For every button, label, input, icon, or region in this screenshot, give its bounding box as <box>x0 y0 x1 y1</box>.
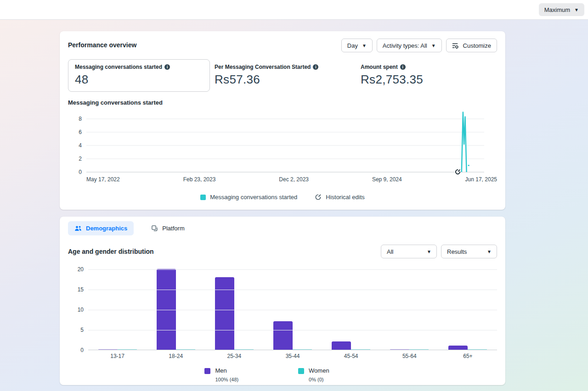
demographics-header: Age and gender distribution All ▼ Result… <box>68 245 497 258</box>
x-tick-label: 18-24 <box>147 353 205 359</box>
chevron-down-icon: ▼ <box>487 249 492 254</box>
x-tick-label: 13-17 <box>88 353 147 359</box>
y-tick-label: 2 <box>79 156 82 162</box>
day-dropdown[interactable]: Day ▼ <box>341 39 373 52</box>
bar-women-25-34[interactable] <box>234 349 254 350</box>
customize-button[interactable]: Customize <box>446 39 497 52</box>
bar-women-18-24[interactable] <box>176 349 195 350</box>
info-icon[interactable]: i <box>164 64 170 70</box>
bar-women-45-54[interactable] <box>351 349 370 350</box>
metric-label: Amount spent <box>361 64 398 70</box>
results-label: Results <box>447 248 467 255</box>
x-tick-label: 65+ <box>439 353 497 359</box>
main-content: Performance overview Day ▼ Activity type… <box>0 20 588 385</box>
y-tick-label: 0 <box>80 347 84 353</box>
y-tick-label: 15 <box>78 286 84 293</box>
x-tick-label: Feb 23, 2023 <box>183 176 216 183</box>
metric-per-messaging-conversation[interactable]: Per Messaging Conversation Started i Rs5… <box>215 59 361 92</box>
gridline <box>88 310 497 310</box>
x-tick-label: 55-64 <box>380 353 439 359</box>
demographics-filters: All ▼ Results ▼ <box>377 245 497 258</box>
activity-types-label: Activity types: All <box>383 42 427 49</box>
metric-amount-spent[interactable]: Amount spent i Rs2,753.35 <box>361 59 423 92</box>
bar-men-55-64[interactable] <box>390 349 409 350</box>
chevron-down-icon: ▼ <box>574 7 579 12</box>
legend-share: 0% (0) <box>309 376 361 384</box>
historical-edits-icon <box>315 194 322 201</box>
bar-chart-y-axis: 20151050 <box>68 269 88 350</box>
bar-men-35-44[interactable] <box>273 321 293 350</box>
chevron-down-icon: ▼ <box>362 43 367 48</box>
line-chart-svg <box>86 110 484 174</box>
gridline <box>88 269 497 270</box>
x-tick-label: 35-44 <box>263 353 322 359</box>
bar-chart: 20151050 <box>68 269 497 350</box>
tab-label: Platform <box>162 225 184 232</box>
page-title: Performance overview <box>68 39 136 49</box>
maximum-dropdown-label: Maximum <box>544 6 570 13</box>
gridline <box>88 330 497 330</box>
info-icon[interactable]: i <box>313 64 318 70</box>
teal-series-swatch <box>200 195 206 200</box>
women-swatch <box>298 368 304 374</box>
legend-cost: Cost per result: Rs57.36 <box>215 384 270 385</box>
customize-sliders-icon <box>452 42 459 49</box>
tab-platform[interactable]: Platform <box>145 221 191 235</box>
bar-women-65+[interactable] <box>468 349 487 350</box>
legend-item-men: Men 100% (48) Cost per result: Rs57.36 <box>204 367 270 385</box>
x-tick-label: Jun 17, 2025 <box>465 176 497 183</box>
bar-chart-plot-area[interactable] <box>88 269 497 350</box>
line-chart-title: Messaging conversations started <box>68 99 497 106</box>
day-dropdown-label: Day <box>347 42 358 49</box>
metric-value: Rs57.36 <box>215 73 361 87</box>
line-chart-y-axis: 86420 <box>68 110 86 174</box>
bar-men-18-24[interactable] <box>157 269 176 350</box>
bar-women-55-64[interactable] <box>409 349 429 350</box>
results-dropdown[interactable]: Results ▼ <box>441 245 497 258</box>
line-chart-plot-area[interactable] <box>86 110 497 174</box>
breakdown-label: All <box>387 248 393 255</box>
bar-men-65+[interactable] <box>448 346 468 350</box>
metric-label: Per Messaging Conversation Started <box>215 64 311 70</box>
bar-women-35-44[interactable] <box>293 349 312 350</box>
info-icon[interactable]: i <box>400 64 406 70</box>
breakdown-dropdown[interactable]: All ▼ <box>381 245 437 258</box>
y-tick-label: 0 <box>79 169 82 175</box>
performance-overview-card: Performance overview Day ▼ Activity type… <box>60 31 505 210</box>
y-tick-label: 5 <box>80 327 84 333</box>
x-tick-label: Dec 2, 2023 <box>279 176 309 183</box>
line-chart: 86420 <box>68 110 497 174</box>
bar-women-13-17[interactable] <box>118 349 137 350</box>
platform-icon <box>151 225 158 232</box>
customize-label: Customize <box>463 42 491 49</box>
gridline <box>88 290 497 290</box>
maximum-dropdown[interactable]: Maximum ▼ <box>539 3 584 16</box>
top-header-bar: Maximum ▼ <box>0 0 588 20</box>
bar-men-25-34[interactable] <box>215 277 234 350</box>
y-tick-label: 4 <box>79 142 82 149</box>
metric-label: Messaging conversations started <box>75 64 162 70</box>
demographics-card: Demographics Platform Age and gender dis… <box>60 217 505 385</box>
metric-messaging-conversations-started[interactable]: Messaging conversations started i 48 <box>68 59 210 92</box>
bar-men-45-54[interactable] <box>332 341 351 350</box>
legend-label: Historical edits <box>326 194 365 201</box>
tab-label: Demographics <box>86 225 127 232</box>
y-tick-label: 10 <box>78 307 84 313</box>
legend-item-messaging: Messaging conversations started <box>200 194 297 201</box>
bar-men-13-17[interactable] <box>98 349 118 350</box>
legend-item-women: Women 0% (0) Cost per result: Rs0.00 <box>298 367 361 385</box>
men-swatch <box>204 368 210 374</box>
x-tick-label: 45-54 <box>322 353 380 359</box>
chevron-down-icon: ▼ <box>427 249 431 254</box>
activity-types-dropdown[interactable]: Activity types: All ▼ <box>377 39 442 52</box>
x-tick-label: May 17, 2022 <box>86 176 120 183</box>
legend-item-historical-edits: Historical edits <box>315 194 365 201</box>
section-title: Age and gender distribution <box>68 248 154 255</box>
line-chart-x-axis: May 17, 2022Feb 23, 2023Dec 2, 2023Sep 9… <box>86 176 497 183</box>
legend-name: Men <box>215 367 270 374</box>
bar-chart-legend: Men 100% (48) Cost per result: Rs57.36 W… <box>68 367 497 385</box>
tab-demographics[interactable]: Demographics <box>68 221 134 235</box>
metrics-row: Messaging conversations started i 48 Per… <box>68 59 497 92</box>
legend-label: Messaging conversations started <box>210 194 297 201</box>
legend-name: Women <box>309 367 361 374</box>
